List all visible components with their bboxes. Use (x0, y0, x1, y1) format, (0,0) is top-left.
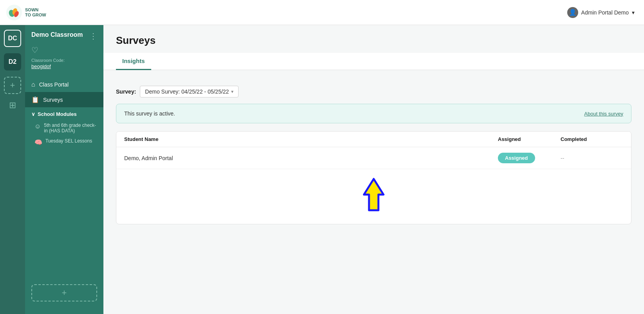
table-row: Demo, Admin Portal Assigned -- (116, 147, 631, 169)
heart-icon[interactable]: ♡ (25, 45, 103, 58)
home-icon: ⌂ (31, 81, 35, 88)
page-title: Surveys (116, 34, 631, 47)
survey-select-value: Demo Survey: 04/25/22 - 05/25/22 (145, 88, 229, 95)
module-label: Tuesday SEL Lessons (45, 138, 92, 144)
module-item-checkin[interactable]: ☺ 5th and 6th grade check-in (HAS DATA) (31, 120, 97, 136)
assigned-cell: Assigned (498, 153, 561, 163)
more-options-icon[interactable]: ⋮ (89, 31, 97, 41)
user-menu[interactable]: 👤 Admin Portal Demo ▾ (567, 7, 635, 18)
sidebar-item-label: Surveys (43, 97, 63, 103)
dc-badge[interactable]: DC (4, 30, 21, 47)
surveys-icon: 📋 (31, 96, 39, 103)
logo-icon (6, 5, 22, 20)
classroom-header: Demo Classroom ⋮ (25, 31, 103, 45)
survey-table: Student Name Assigned Completed Demo, Ad… (116, 131, 631, 224)
survey-label: Survey: (116, 88, 136, 95)
column-student-name: Student Name (124, 136, 498, 142)
left-icon-bar: DC D2 + ⊞ (0, 25, 25, 314)
survey-active-text: This survey is active. (124, 110, 175, 117)
user-avatar-icon: 👤 (567, 7, 578, 18)
survey-active-banner: This survey is active. About this survey (116, 104, 631, 123)
school-modules-section: ∨ School Modules ☺ 5th and 6th grade che… (25, 107, 103, 148)
column-assigned: Assigned (498, 136, 561, 142)
logo-text: SOWN TO GROW (25, 7, 46, 17)
dropdown-arrow-icon: ▾ (231, 89, 233, 94)
up-arrow-annotation (358, 177, 389, 212)
main-content: Surveys Insights Survey: Demo Survey: 04… (103, 25, 644, 314)
right-sidebar: Demo Classroom ⋮ ♡ Classroom Code: beogi… (25, 25, 103, 314)
column-completed: Completed (561, 136, 623, 142)
school-modules-header[interactable]: ∨ School Modules (31, 107, 97, 120)
content-area: Surveys Insights Survey: Demo Survey: 04… (103, 25, 644, 314)
module-item-sel[interactable]: 🧠 Tuesday SEL Lessons (31, 136, 97, 148)
user-name: Admin Portal Demo (581, 9, 629, 16)
assigned-badge: Assigned (498, 153, 535, 163)
add-module-button[interactable]: + (31, 284, 97, 301)
top-header: SOWN TO GROW 👤 Admin Portal Demo ▾ (0, 0, 644, 25)
school-modules-label: School Modules (38, 111, 77, 117)
classroom-name: Demo Classroom (31, 31, 83, 38)
main-layout: DC D2 + ⊞ Demo Classroom ⋮ ♡ Classroom C… (0, 25, 644, 314)
about-survey-link[interactable]: About this survey (584, 111, 623, 117)
sidebar-item-surveys[interactable]: 📋 Surveys (25, 92, 103, 107)
classroom-code-value: beogidof (25, 63, 103, 77)
brain-icon: 🧠 (34, 139, 42, 146)
completed-value: -- (561, 155, 564, 161)
completed-cell: -- (561, 155, 623, 161)
smiley-icon: ☺ (34, 123, 41, 130)
student-name-cell: Demo, Admin Portal (124, 155, 498, 161)
sidebar-item-label: Class Portal (39, 81, 69, 88)
grid-icon[interactable]: ⊞ (9, 100, 16, 110)
table-header: Student Name Assigned Completed (116, 132, 631, 147)
svg-marker-4 (364, 179, 384, 210)
survey-controls: Survey: Demo Survey: 04/25/22 - 05/25/22… (116, 78, 631, 104)
classroom-code-label: Classroom Code: (25, 58, 103, 63)
tabs: Insights (103, 53, 644, 70)
d2-badge[interactable]: D2 (4, 53, 21, 70)
add-class-button[interactable]: + (4, 77, 21, 94)
chevron-icon: ∨ (31, 111, 35, 117)
logo-area: SOWN TO GROW (6, 5, 46, 20)
sidebar-item-class-portal[interactable]: ⌂ Class Portal (25, 77, 103, 92)
module-label: 5th and 6th grade check-in (HAS DATA) (44, 123, 97, 134)
tab-insights[interactable]: Insights (116, 53, 151, 70)
user-dropdown-arrow: ▾ (632, 9, 635, 16)
survey-select[interactable]: Demo Survey: 04/25/22 - 05/25/22 ▾ (140, 86, 239, 97)
annotation-arrow-container (116, 169, 631, 224)
